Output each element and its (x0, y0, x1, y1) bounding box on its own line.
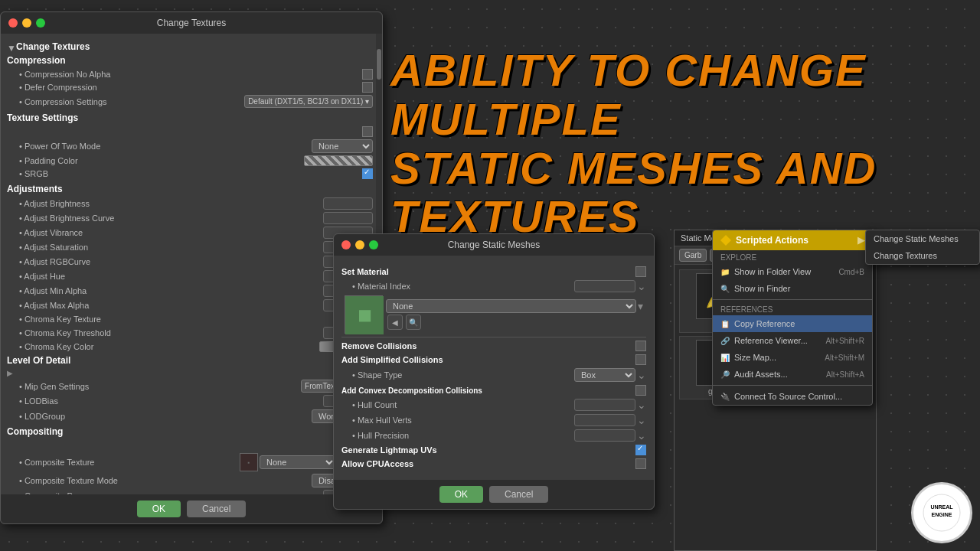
power-of-two-label: • Power Of Two Mode (10, 142, 312, 151)
srgb-row: • SRGB (7, 168, 376, 179)
compression-no-alpha-row: • Compression No Alpha (7, 69, 376, 80)
submenu-change-static-meshes[interactable]: Change Static Meshes (866, 230, 979, 247)
audit-assets-item[interactable]: 🔎 Audit Assets... Alt+Shift+A (713, 366, 872, 383)
adj-vibrance-row: • Adjust Vibrance 0.0 (7, 227, 376, 239)
meshes-dialog-buttons: OK Cancel (334, 480, 654, 509)
hull-precision-input[interactable]: 100000 (574, 429, 635, 442)
expand-arrow[interactable]: ▼ (7, 43, 16, 54)
allow-cpu-access-checkbox[interactable] (635, 458, 646, 469)
meshes-minimize-button[interactable] (355, 240, 364, 249)
srgb-checkbox[interactable] (362, 168, 373, 179)
textures-scrollbar-thumb[interactable] (377, 49, 381, 80)
references-section: References (713, 302, 872, 315)
adj-saturation-label: • Adjust Saturation (10, 243, 323, 252)
composite-texture-preview: ▪ (240, 453, 258, 471)
hull-count-row: • Hull Count 4 ⌄ (341, 399, 646, 411)
cb-garb-button[interactable]: Garb (679, 249, 707, 262)
change-textures-dialog: Change Textures ▼ Change Textures Compre… (0, 11, 383, 524)
maximize-button[interactable] (36, 18, 45, 28)
set-material-label: Set Material (341, 267, 632, 276)
show-finder-label: Show in Finder (734, 284, 790, 293)
show-finder-item[interactable]: 🔍 Show in Finder (713, 280, 872, 297)
shape-type-arrow: ⌄ (637, 369, 646, 381)
hull-precision-arrow: ⌄ (637, 429, 646, 442)
submenu-change-textures[interactable]: Change Textures (866, 247, 979, 264)
compression-settings-dropdown[interactable]: Default (DXT1/5, BC1/3 on DX11) ▾ (244, 95, 373, 108)
generate-lightmap-checkbox[interactable] (635, 445, 646, 455)
reference-viewer-icon: 🔗 (720, 336, 730, 345)
padding-color-swatch[interactable] (304, 155, 373, 166)
meshes-cancel-button[interactable]: Cancel (489, 486, 548, 503)
texture-settings-checkbox[interactable] (362, 126, 373, 137)
reference-viewer-shortcut: Alt+Shift+R (825, 337, 864, 345)
chroma-key-color-label: • Chroma Key Color (10, 342, 319, 351)
lod-group-row: • LODGroup World (7, 409, 376, 423)
max-hull-verts-arrow: ⌄ (637, 414, 646, 426)
composite-texture-mode-row: • Composite Texture Mode Disabled (7, 474, 376, 487)
set-material-checkbox[interactable] (635, 266, 646, 277)
meshes-maximize-button[interactable] (369, 240, 378, 249)
ue-logo-svg: UNREAL ENGINE (923, 494, 961, 532)
folder-icon: 📁 (720, 267, 730, 276)
hero-title-line2: STATIC MESHES AND TEXTURES (390, 144, 972, 242)
adj-hue-row: • Adjust Hue 0.0 (7, 270, 376, 282)
lod-bias-row: • LODBias 0 (7, 395, 376, 407)
textures-dialog-titlebar: Change Textures (1, 12, 382, 34)
minimize-button[interactable] (22, 18, 31, 28)
add-convex-label: Add Convex Decomposition Collisions (341, 386, 632, 395)
change-static-meshes-dialog: Change Static Meshes Set Material • Mate… (333, 233, 655, 510)
composite-texture-row: • Composite Texture ▪ None ◀ 🔍 (7, 453, 376, 471)
size-map-item[interactable]: 📊 Size Map... Alt+Shift+M (713, 349, 872, 366)
adj-brightness-curve-input[interactable]: 1.0 (323, 212, 373, 224)
lod-bias-label: • LODBias (10, 396, 323, 406)
add-simplified-collisions-checkbox[interactable] (635, 354, 646, 365)
meshes-close-button[interactable] (341, 240, 351, 249)
adj-max-alpha-label: • Adjust Max Alpha (10, 301, 323, 310)
audit-icon: 🔎 (720, 370, 730, 379)
texture-settings-header: Texture Settings (7, 112, 376, 123)
textures-ok-button[interactable]: OK (137, 500, 181, 517)
adj-saturation-row: • Adjust Saturation 1.0 (7, 241, 376, 253)
copy-reference-item[interactable]: 📋 Copy Reference (713, 315, 872, 332)
compression-no-alpha-checkbox[interactable] (362, 69, 373, 80)
shape-type-dropdown[interactable]: Box (574, 368, 635, 382)
lod-expand-arrow[interactable]: ▶ (7, 369, 13, 377)
close-button[interactable] (8, 18, 18, 28)
adjustments-header: Adjustments (7, 184, 376, 194)
composite-texture-dropdown[interactable]: None (260, 455, 336, 469)
hull-count-arrow: ⌄ (637, 399, 646, 411)
adj-brightness-curve-label: • Adjust Brightness Curve (10, 214, 323, 223)
hull-count-input[interactable]: 4 (574, 399, 635, 411)
hero-title-line1: ABILITY TO CHANGE MULTIPLE (390, 46, 972, 144)
compositing-header: Compositing (7, 426, 376, 437)
reference-viewer-item[interactable]: 🔗 Reference Viewer... Alt+Shift+R (713, 332, 872, 349)
textures-dialog-buttons: OK Cancel (1, 494, 382, 523)
material-picker-row: ◼ None ▾ ◀ 🔍 (341, 295, 646, 334)
material-swatch: ◼ (345, 295, 383, 334)
material-dropdown[interactable]: None (386, 299, 636, 313)
compression-no-alpha-label: • Compression No Alpha (10, 70, 359, 79)
material-dropdown-arrow: ▾ (638, 300, 643, 312)
power-of-two-dropdown[interactable]: None (312, 139, 373, 153)
max-hull-verts-input[interactable]: 16 (574, 414, 635, 426)
shape-type-row: • Shape Type Box ⌄ (341, 368, 646, 382)
adj-brightness-input[interactable]: 1.0 (323, 197, 373, 210)
compression-settings-row: • Compression Settings Default (DXT1/5, … (7, 95, 376, 108)
textures-cancel-button[interactable]: Cancel (187, 500, 246, 517)
remove-collisions-checkbox[interactable] (635, 341, 646, 351)
show-folder-item[interactable]: 📁 Show in Folder View Cmd+B (713, 263, 872, 280)
material-index-label: • Material Index (341, 282, 574, 291)
meshes-dialog-titlebar: Change Static Meshes (334, 234, 654, 256)
meshes-dialog-title: Change Static Meshes (448, 240, 541, 250)
meshes-ok-button[interactable]: OK (439, 486, 483, 503)
composite-checkbox-row (7, 440, 376, 451)
defer-compression-checkbox[interactable] (362, 82, 373, 93)
audit-assets-label: Audit Assets... (734, 370, 788, 379)
connect-source-control-item[interactable]: 🔌 Connect To Source Control... (713, 388, 872, 405)
material-index-input[interactable]: 0 (574, 280, 635, 292)
add-convex-checkbox[interactable] (635, 385, 646, 396)
material-nav-prev[interactable]: ◀ (387, 315, 403, 330)
material-search[interactable]: 🔍 (406, 315, 421, 330)
context-menu-arrow: ▶ (858, 235, 864, 246)
chroma-key-threshold-label: • Chroma Key Threshold (10, 328, 323, 337)
